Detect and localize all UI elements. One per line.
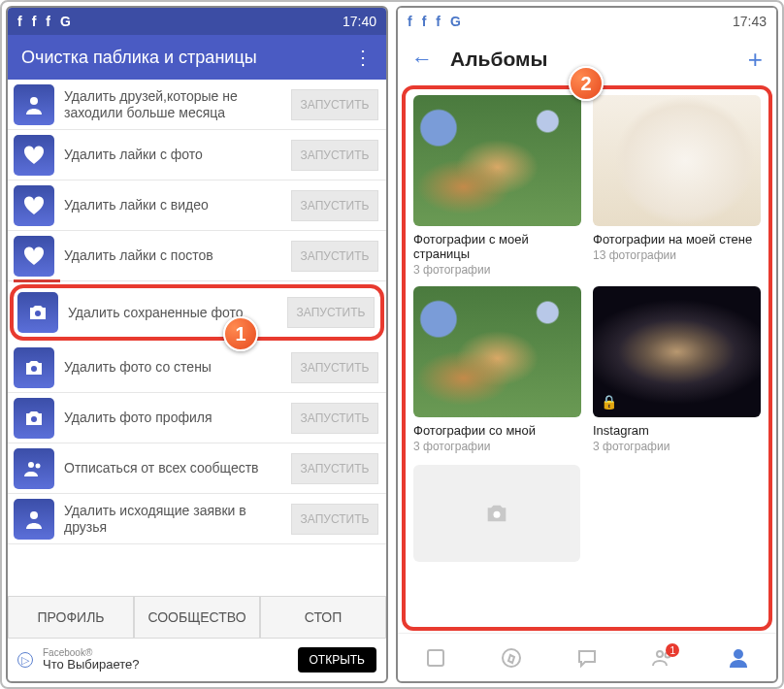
camera-icon (480, 500, 513, 527)
svg-point-3 (31, 416, 37, 422)
run-button[interactable]: ЗАПУСТИТЬ (291, 190, 378, 221)
ad-banner[interactable]: ▷ Facebook® Что Выбираете? ОТКРЫТЬ (8, 639, 386, 681)
run-button[interactable]: ЗАПУСТИТЬ (291, 453, 378, 484)
svg-point-1 (35, 311, 41, 316)
nav-feed[interactable] (398, 634, 474, 681)
statusbar-right: f f f G 17:43 (398, 8, 776, 35)
run-button[interactable]: ЗАПУСТИТЬ (291, 140, 378, 171)
heart-icon (14, 236, 54, 277)
back-icon[interactable]: ← (411, 47, 433, 72)
task-list: Удалить друзей,которые не заходили больш… (8, 80, 386, 596)
nav-friends[interactable] (625, 634, 701, 681)
ad-text: Facebook® Что Выбираете? (43, 647, 288, 672)
album-item[interactable]: 🔒 Instagram 3 фотографии (593, 286, 761, 453)
heart-icon (14, 135, 54, 176)
tab-profile[interactable]: ПРОФИЛЬ (8, 596, 134, 639)
adchoices-icon[interactable]: ▷ (17, 652, 33, 668)
fb-icon: f (32, 14, 37, 29)
task-label: Удалить друзей,которые не заходили больш… (64, 88, 281, 121)
fb-icon: f (17, 14, 22, 29)
tab-community[interactable]: СООБЩЕСТВО (134, 596, 260, 639)
fb-icon: f (46, 14, 50, 29)
task-label: Удалить фото профиля (64, 410, 281, 426)
person-down-icon (14, 84, 54, 125)
task-label: Удалить фото со стены (64, 359, 281, 376)
callout-1: 1 (223, 316, 258, 351)
album-title: Instagram (593, 423, 761, 438)
album-count: 3 фотографии (593, 440, 761, 453)
album-count: 3 фотографии (413, 263, 581, 277)
page-title: Очистка паблика и страницы (21, 48, 257, 68)
album-title: Фотографии на моей стене (593, 232, 761, 246)
task-row: Удалить лайки с видео ЗАПУСТИТЬ (8, 180, 386, 231)
lock-icon: 🔒 (601, 394, 617, 410)
ad-open-button[interactable]: ОТКРЫТЬ (298, 647, 377, 673)
status-time: 17:43 (733, 14, 767, 29)
task-label: Удалить лайки с фото (64, 147, 281, 163)
add-icon[interactable]: + (748, 45, 763, 75)
album-thumb (413, 95, 581, 226)
albums-grid: Фотографии с моей страницы 3 фотографии … (413, 95, 761, 453)
task-row: Отписаться от всех сообществ ЗАПУСТИТЬ (8, 443, 386, 494)
run-button[interactable]: ЗАПУСТИТЬ (287, 297, 375, 328)
svg-point-6 (30, 511, 38, 519)
task-row-highlighted[interactable]: Удалить сохраненные фото ЗАПУСТИТЬ (10, 284, 384, 341)
album-thumb (593, 95, 761, 226)
svg-point-2 (31, 366, 37, 372)
fb-icon: f (436, 14, 441, 29)
phone-left: f f f G 17:40 Очистка паблика и страницы… (6, 6, 388, 683)
task-label: Отписаться от всех сообществ (64, 460, 281, 476)
svg-point-12 (735, 650, 742, 658)
heart-icon (14, 185, 54, 226)
bottom-nav (398, 633, 776, 681)
svg-rect-8 (428, 650, 443, 666)
run-button[interactable]: ЗАПУСТИТЬ (291, 89, 378, 120)
svg-point-9 (503, 649, 520, 667)
album-count: 13 фотографии (593, 248, 761, 262)
task-row: Удалить лайки с постов ЗАПУСТИТЬ (8, 231, 386, 281)
svg-point-11 (666, 652, 670, 657)
person-up-icon (14, 499, 54, 540)
albums-highlight: Фотографии с моей страницы 3 фотографии … (402, 85, 772, 631)
camera-icon (14, 398, 54, 439)
run-button[interactable]: ЗАПУСТИТЬ (291, 504, 378, 535)
task-row: Удалить фото профиля ЗАПУСТИТЬ (8, 393, 386, 443)
task-row: Удалить исходящие заявки в друзья ЗАПУСТ… (8, 494, 386, 544)
album-item[interactable]: Фотографии с моей страницы 3 фотографии (413, 95, 581, 277)
svg-point-5 (36, 463, 41, 468)
run-button[interactable]: ЗАПУСТИТЬ (291, 352, 378, 383)
ad-title: Что Выбираете? (43, 658, 288, 672)
menu-dots-icon[interactable]: ⋮ (353, 48, 373, 67)
nav-profile[interactable] (701, 634, 776, 681)
task-row: Удалить друзей,которые не заходили больш… (8, 80, 386, 130)
album-item[interactable]: Фотографии на моей стене 13 фотографии (593, 95, 761, 277)
album-title: Фотографии с моей страницы (413, 232, 581, 261)
appbar: Очистка паблика и страницы ⋮ (8, 35, 386, 80)
run-button[interactable]: ЗАПУСТИТЬ (291, 241, 378, 272)
album-placeholder[interactable] (413, 465, 580, 562)
google-icon: G (450, 14, 461, 29)
svg-point-0 (30, 97, 38, 105)
task-label: Удалить лайки с видео (64, 197, 281, 213)
fb-icon: f (422, 14, 427, 29)
svg-point-4 (28, 462, 34, 468)
album-item[interactable]: Фотографии со мной 3 фотографии (413, 286, 581, 453)
camera-icon (17, 292, 58, 333)
fb-icon: f (408, 14, 412, 29)
phone-right: f f f G 17:43 ← Альбомы + Фотографии с м… (396, 6, 778, 683)
run-button[interactable]: ЗАПУСТИТЬ (291, 403, 378, 434)
task-row: Удалить лайки с фото ЗАПУСТИТЬ (8, 130, 386, 180)
people-icon (14, 448, 54, 489)
task-label: Удалить исходящие заявки в друзья (64, 503, 281, 536)
nav-explore[interactable] (474, 634, 549, 681)
progress-indicator (14, 279, 60, 282)
svg-point-7 (493, 511, 500, 518)
nav-messages[interactable] (549, 634, 625, 681)
google-icon: G (60, 14, 71, 29)
tab-stop[interactable]: СТОП (260, 596, 386, 639)
status-icons: f f f G (17, 14, 71, 29)
callout-2: 2 (569, 66, 604, 101)
album-count: 3 фотографии (413, 440, 581, 453)
album-title: Фотографии со мной (413, 423, 581, 438)
statusbar-left: f f f G 17:40 (8, 8, 386, 35)
